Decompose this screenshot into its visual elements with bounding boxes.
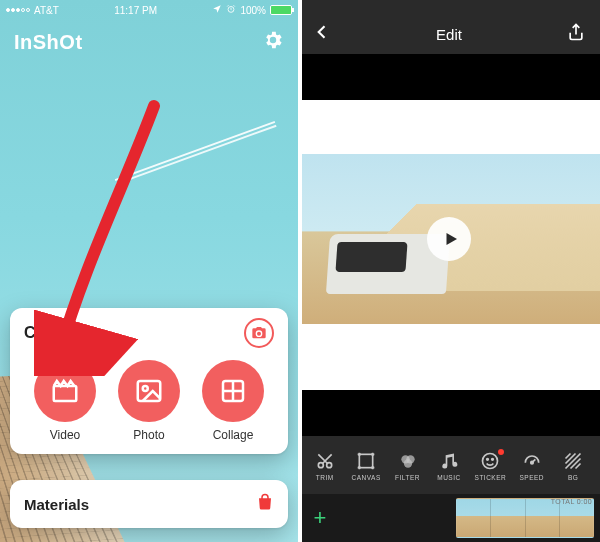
edit-header: Edit bbox=[298, 0, 600, 54]
clock-label: 11:17 PM bbox=[114, 5, 157, 16]
svg-point-10 bbox=[403, 459, 411, 467]
photo-label: Photo bbox=[133, 428, 164, 442]
svg-rect-2 bbox=[138, 381, 161, 401]
image-icon bbox=[134, 376, 164, 406]
tool-canvas[interactable]: CANVAS bbox=[348, 451, 384, 481]
timeline-total-label: TOTAL 0:00 bbox=[551, 498, 592, 505]
share-button[interactable] bbox=[566, 22, 586, 46]
bg-icon bbox=[563, 451, 583, 471]
timeline: + TOTAL 0:00 bbox=[298, 494, 600, 542]
trim-icon bbox=[315, 451, 335, 471]
settings-button[interactable] bbox=[262, 29, 284, 55]
signal-dots bbox=[6, 8, 30, 12]
grid-icon bbox=[218, 376, 248, 406]
tool-speed[interactable]: SPEED bbox=[514, 451, 550, 481]
gear-icon bbox=[262, 29, 284, 51]
screenshot-divider bbox=[298, 0, 302, 542]
edit-title: Edit bbox=[436, 26, 462, 43]
play-icon bbox=[442, 230, 460, 248]
create-photo-button[interactable]: Photo bbox=[108, 360, 190, 442]
tool-trim[interactable]: TRIM bbox=[307, 451, 343, 481]
create-collage-button[interactable]: Collage bbox=[192, 360, 274, 442]
play-button[interactable] bbox=[427, 217, 471, 261]
tool-filter[interactable]: FILTER bbox=[390, 451, 426, 481]
materials-card[interactable]: Materials bbox=[10, 480, 288, 528]
app-logo-text: InShOt bbox=[14, 31, 83, 54]
tool-bg[interactable]: BG bbox=[555, 451, 591, 481]
svg-point-13 bbox=[492, 459, 494, 461]
share-icon bbox=[566, 22, 586, 42]
svg-point-3 bbox=[143, 386, 148, 391]
inshot-home-screen: AT&T 11:17 PM 100% InShOt Create bbox=[0, 0, 298, 542]
ios-status-bar: AT&T 11:17 PM 100% bbox=[0, 0, 298, 20]
edit-toolbar: TRIM CANVAS FILTER MUSIC STICKER SPE bbox=[298, 436, 600, 494]
video-preview-area bbox=[298, 100, 600, 390]
sticker-icon bbox=[480, 451, 500, 471]
materials-label: Materials bbox=[24, 496, 89, 513]
create-title: Create N bbox=[24, 324, 90, 342]
bag-icon bbox=[256, 493, 274, 515]
clapper-icon bbox=[50, 376, 80, 406]
svg-point-12 bbox=[487, 459, 489, 461]
camera-button[interactable] bbox=[244, 318, 274, 348]
chevron-left-icon bbox=[312, 22, 332, 42]
alarm-icon bbox=[226, 4, 236, 16]
canvas-icon bbox=[356, 451, 376, 471]
tool-music[interactable]: MUSIC bbox=[431, 451, 467, 481]
music-icon bbox=[439, 451, 459, 471]
inshot-edit-screen: Edit TRIM CANVAS bbox=[298, 0, 600, 542]
battery-icon bbox=[270, 5, 292, 15]
back-button[interactable] bbox=[312, 22, 332, 46]
svg-rect-7 bbox=[359, 454, 372, 467]
video-frame[interactable] bbox=[298, 154, 600, 324]
badge-dot bbox=[498, 449, 504, 455]
svg-point-14 bbox=[531, 461, 534, 464]
location-icon bbox=[212, 4, 222, 16]
create-new-card: Create N Video Photo Collage bbox=[10, 308, 288, 454]
filter-icon bbox=[398, 451, 418, 471]
speed-icon bbox=[522, 451, 542, 471]
video-label: Video bbox=[50, 428, 80, 442]
camera-icon bbox=[251, 325, 267, 341]
add-clip-button[interactable]: + bbox=[298, 494, 342, 542]
create-video-button[interactable]: Video bbox=[24, 360, 106, 442]
tool-sticker[interactable]: STICKER bbox=[472, 451, 508, 481]
battery-pct: 100% bbox=[240, 5, 266, 16]
carrier-label: AT&T bbox=[34, 5, 59, 16]
collage-label: Collage bbox=[213, 428, 254, 442]
svg-rect-1 bbox=[54, 386, 77, 401]
svg-point-11 bbox=[483, 454, 498, 469]
